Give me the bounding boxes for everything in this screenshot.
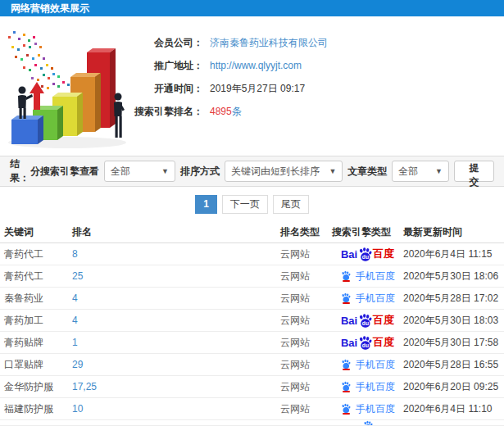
rank-count-unit: 条: [232, 106, 242, 117]
sort-value: 关键词由短到长排序: [231, 165, 320, 179]
baidu-mobile-logo: 手机百度: [340, 270, 395, 283]
engine-rank-value: 4895条: [210, 105, 242, 119]
svg-text:du: du: [362, 254, 369, 260]
baidu-red-underline: [343, 369, 350, 370]
engine-cell: 手机百度: [332, 270, 403, 283]
engine-cell: [332, 420, 403, 426]
promotion-url-link[interactable]: http://www.qlyyjt.com: [210, 60, 302, 71]
table-header: 关键词 排名 排名类型 搜索引擎类型 最新更新时间: [0, 221, 504, 243]
baidu-red-underline: [343, 413, 350, 415]
table-row: 秦鲁药业 4 云网站 手机百度 2020年5月28日 17:02: [0, 288, 504, 310]
table-row: 金华防护服 17,25 云网站 手机百度 2020年6月20日 09:25: [0, 376, 504, 398]
keyword-cell: 膏药贴牌: [4, 336, 72, 350]
engine-filter-select[interactable]: 全部 ▼: [104, 161, 175, 182]
promotion-url-label: 推广地址：: [131, 59, 203, 73]
baidu-red-underline: [343, 302, 350, 304]
col-keyword: 关键词: [4, 225, 72, 239]
company-label: 会员公司：: [131, 36, 203, 50]
submit-button[interactable]: 提交: [454, 161, 494, 182]
page-title: 网络营销效果展示: [11, 2, 89, 14]
baidu-mobile-logo: 手机百度: [340, 292, 395, 306]
article-type-select[interactable]: 全部 ▼: [392, 161, 449, 182]
keyword-cell: 口罩贴牌: [4, 358, 72, 372]
update-time-cell: 2020年6月4日 11:15: [403, 247, 504, 261]
engine-cell: 手机百度: [332, 380, 403, 394]
update-time-cell: 2020年5月30日 18:03: [403, 314, 504, 328]
rank-link[interactable]: 1: [72, 337, 280, 348]
baidu-pc-logo: Bai du 百度: [341, 335, 394, 351]
engine-cell: Bai du 百度: [332, 247, 403, 262]
engine-cell: Bai du 百度: [332, 335, 403, 351]
results-table: 关键词 排名 排名类型 搜索引擎类型 最新更新时间 膏药代工 8 云网站 Bai…: [0, 221, 504, 426]
chevron-down-icon: ▼: [324, 167, 336, 175]
update-time-cell: 2020年6月20日 09:25: [403, 380, 504, 394]
confetti-dots: [8, 31, 70, 89]
rank-link[interactable]: 4: [72, 292, 280, 304]
article-type-label: 文章类型: [347, 165, 387, 179]
rank-type-cell: 云网站: [280, 402, 332, 416]
baidu-paw-icon: du: [357, 335, 373, 351]
last-page-button[interactable]: 尾页: [273, 195, 309, 214]
baidu-paw-icon: du: [357, 313, 373, 329]
chevron-down-icon: ▼: [157, 167, 169, 175]
engine-cell: 手机百度: [332, 358, 403, 372]
baidu-pc-logo: Bai du 百度: [341, 313, 394, 329]
update-time-cell: 2020年5月30日 17:58: [403, 336, 504, 350]
table-row-partial: [0, 420, 504, 426]
sort-select[interactable]: 关键词由短到长排序 ▼: [225, 161, 343, 182]
rank-type-cell: 云网站: [280, 247, 332, 261]
page-1-button[interactable]: 1: [195, 195, 217, 214]
open-time-value: 2019年5月27日 09:17: [210, 82, 305, 96]
engine-cell: 手机百度: [332, 402, 403, 416]
info-fields: 会员公司： 济南秦鲁药业科技有限公司 推广地址： http://www.qlyy…: [131, 31, 328, 123]
rank-count: 4895: [210, 106, 232, 117]
baidu-mobile-logo: [362, 420, 374, 426]
baidu-paw-icon: du: [357, 247, 373, 262]
baidu-paw-icon: [362, 420, 374, 426]
open-time-label: 开通时间：: [131, 82, 203, 96]
engine-cell: Bai du 百度: [332, 313, 403, 329]
rank-link[interactable]: 29: [72, 359, 280, 370]
keyword-cell: 膏药加工: [4, 314, 72, 328]
next-page-button[interactable]: 下一页: [222, 195, 268, 214]
update-time-cell: 2020年5月28日 17:02: [403, 292, 504, 306]
keyword-cell: 秦鲁药业: [4, 292, 72, 306]
sort-label: 排序方式: [180, 165, 220, 179]
result-label: 结果：: [10, 157, 30, 185]
businessman-left: [18, 87, 33, 120]
article-type-value: 全部: [398, 165, 418, 179]
keyword-cell: 金华防护服: [4, 380, 72, 394]
col-update-time: 最新更新时间: [403, 225, 504, 239]
growth-chart-illustration: [0, 21, 143, 152]
table-row: 膏药代工 8 云网站 Bai du 百度 2020年6月4日 11:15: [0, 243, 504, 265]
rank-type-cell: 云网站: [280, 380, 332, 394]
filter-bar: 结果： 分搜索引擎查看 全部 ▼ 排序方式 关键词由短到长排序 ▼ 文章类型 全…: [0, 156, 504, 187]
engine-rank-field: 搜索引擎排名： 4895条: [131, 100, 328, 123]
svg-text:du: du: [362, 342, 369, 348]
table-row: 膏药加工 4 云网站 Bai du 百度 2020年5月30日 18:03: [0, 310, 504, 332]
bar-blue: [11, 116, 43, 144]
engine-cell: 手机百度: [332, 292, 403, 306]
rank-link[interactable]: 10: [72, 403, 280, 415]
rank-link[interactable]: 4: [72, 315, 280, 326]
company-field: 会员公司： 济南秦鲁药业科技有限公司: [131, 31, 328, 54]
baidu-red-underline: [343, 280, 350, 282]
update-time-cell: 2020年6月4日 11:10: [403, 402, 504, 416]
rank-type-cell: 云网站: [280, 336, 332, 350]
company-link[interactable]: 济南秦鲁药业科技有限公司: [210, 36, 328, 50]
col-rank: 排名: [72, 225, 280, 239]
col-engine-type: 搜索引擎类型: [332, 225, 403, 239]
pagination: 1 下一页 尾页: [0, 187, 504, 221]
title-bar: 网络营销效果展示: [0, 0, 504, 16]
update-time-cell: 2020年5月28日 16:55: [403, 358, 504, 372]
baidu-mobile-logo: 手机百度: [340, 358, 395, 372]
update-time-cell: 2020年5月30日 18:06: [403, 270, 504, 283]
rank-link[interactable]: 17,25: [72, 381, 280, 392]
keyword-cell: 膏药代工: [4, 247, 72, 261]
rank-type-cell: 云网站: [280, 358, 332, 372]
rank-link[interactable]: 8: [72, 248, 280, 260]
baidu-red-underline: [343, 391, 350, 392]
engine-filter-value: 全部: [111, 165, 130, 179]
baidu-mobile-logo: 手机百度: [340, 380, 395, 394]
rank-link[interactable]: 25: [72, 270, 280, 282]
